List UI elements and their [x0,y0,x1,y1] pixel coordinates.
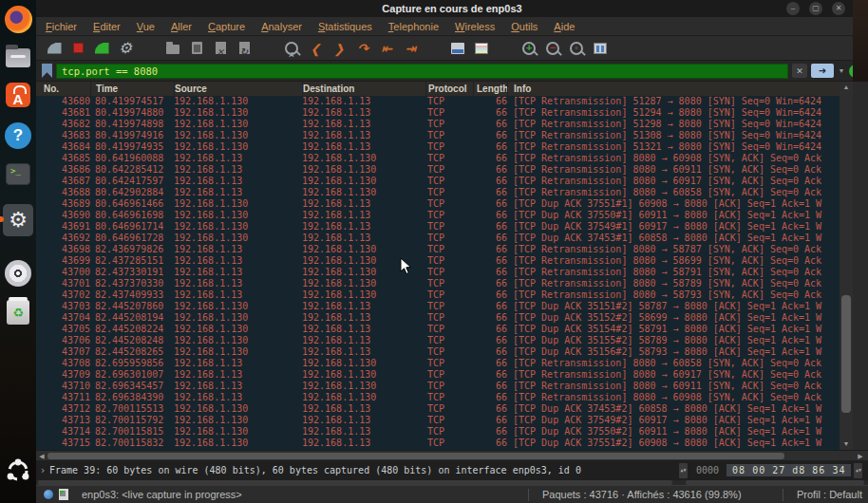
resize-columns-icon[interactable] [590,39,611,58]
packet-row[interactable]: 43715 82.700115832 192.168.1.130 192.168… [36,438,840,449]
packet-row[interactable]: 43690 80.646961698 192.168.1.130 192.168… [36,210,840,221]
packet-row[interactable]: 43708 82.695959856 192.168.1.13 192.168.… [36,358,840,369]
minimize-button[interactable]: – [786,2,800,15]
dock-trash-icon[interactable]: ♻ [0,298,36,326]
menu-telephonie[interactable]: Telephonie [388,21,439,32]
menu-fichier[interactable]: Fichier [46,21,77,32]
filter-apply-icon[interactable]: ➜ [811,64,834,78]
start-capture-icon[interactable] [44,39,65,58]
packet-row[interactable]: 43707 82.445208265 192.168.1.130 192.168… [36,346,840,358]
filter-bookmark-icon[interactable] [42,64,52,78]
capture-options-icon[interactable] [115,39,136,58]
menu-capture[interactable]: Capture [208,21,245,32]
column-header-info[interactable]: Info [507,82,840,96]
go-first-packet-icon[interactable] [376,39,397,58]
vertical-scrollbar-thumb[interactable] [841,295,851,413]
horizontal-scrollbar[interactable]: ◀ ▶ [36,450,868,460]
menu-vue[interactable]: Vue [137,21,155,32]
profile-text[interactable]: Profil : Default [783,489,868,500]
scroll-up-icon[interactable]: ▲ [840,82,853,93]
packet-row[interactable]: 43700 82.437330191 192.168.1.13 192.168.… [36,267,840,278]
find-packet-icon[interactable] [281,39,302,58]
menu-statistiques[interactable]: Statistiques [318,21,372,32]
packet-row[interactable]: 43712 82.700115513 192.168.1.130 192.168… [36,403,840,415]
go-back-icon[interactable] [305,39,326,58]
packet-row[interactable]: 43688 80.642902884 192.168.1.13 192.168.… [36,187,840,198]
auto-scroll-icon[interactable] [447,39,468,58]
capture-comment-icon[interactable] [59,489,68,500]
scroll-down-icon[interactable]: ▼ [840,438,853,450]
menu-aide[interactable]: Aide [554,21,575,32]
packet-row[interactable]: 43692 80.646961728 192.168.1.130 192.168… [36,233,840,244]
menu-analyser[interactable]: Analyser [261,21,302,32]
zoom-out-icon[interactable] [542,39,563,58]
packet-row[interactable]: 43683 80.419974916 192.168.1.130 192.168… [36,130,840,141]
packet-row[interactable]: 43703 82.445207860 192.168.1.130 192.168… [36,301,840,312]
dock-help-icon[interactable]: ? [0,121,36,150]
zoom-in-icon[interactable] [519,39,539,58]
packet-row[interactable]: 43711 82.696384390 192.168.1.13 192.168.… [36,392,840,403]
packet-row[interactable]: 43705 82.445208224 192.168.1.130 192.168… [36,324,840,335]
menu-editer[interactable]: Editer [93,21,121,32]
menu-aller[interactable]: Aller [171,21,192,32]
stop-capture-icon[interactable] [67,39,88,58]
packet-row[interactable]: 43682 80.419974898 192.168.1.130 192.168… [36,119,840,130]
dock-settings-icon[interactable]: ⚙ [0,203,36,237]
packet-row[interactable]: 43699 82.437285151 192.168.1.13 192.168.… [36,255,840,267]
expand-chevron-icon[interactable]: › [36,464,49,476]
packet-row[interactable]: 43684 80.419974935 192.168.1.130 192.168… [36,141,840,153]
go-to-packet-icon[interactable] [352,39,373,58]
dock-disc-icon[interactable] [0,259,36,288]
packet-row[interactable]: 43686 80.642285412 192.168.1.13 192.168.… [36,164,840,176]
packet-row[interactable]: 43681 80.419974880 192.168.1.130 192.168… [36,107,840,119]
packet-row[interactable]: 43713 82.700115792 192.168.1.130 192.168… [36,415,840,426]
column-header-no[interactable]: No. [36,82,90,96]
close-button[interactable]: ✕ [832,2,845,15]
packet-row[interactable]: 43691 80.646961714 192.168.1.130 192.168… [36,221,840,233]
go-last-packet-icon[interactable] [400,39,421,58]
column-header-source[interactable]: Source [174,82,302,96]
close-file-icon[interactable] [210,39,231,58]
dock-app-grid-icon[interactable] [0,454,36,488]
hex-spinner[interactable]: ▲▼ [854,463,862,478]
filter-dropdown-caret-icon[interactable]: ▼ [838,67,845,74]
hex-bytes[interactable]: 08 00 27 d8 86 34 [726,464,851,476]
dock-file-manager-icon[interactable] [0,46,36,70]
packet-row[interactable]: 43702 82.437409933 192.168.1.13 192.168.… [36,289,840,301]
expert-info-icon[interactable] [44,490,53,499]
detail-spinner[interactable]: ▲▼ [679,463,688,478]
packet-row[interactable]: 43689 80.646961466 192.168.1.130 192.168… [36,198,840,210]
packet-row[interactable]: 43709 82.696301007 192.168.1.13 192.168.… [36,369,840,381]
packet-row[interactable]: 43687 80.642417597 192.168.1.13 192.168.… [36,176,840,187]
colorize-packets-icon[interactable] [471,39,492,58]
horizontal-scrollbar-thumb[interactable] [47,453,784,459]
column-header-protocol[interactable]: Protocol [425,82,473,96]
column-header-destination[interactable]: Destination [302,82,425,96]
packet-row[interactable]: 43714 82.700115815 192.168.1.130 192.168… [36,426,840,438]
menu-wireless[interactable]: Wireless [455,21,495,32]
dock-terminal-icon[interactable]: >_ [0,161,36,186]
save-file-icon[interactable] [186,39,207,58]
frame-summary[interactable]: Frame 39: 60 bytes on wire (480 bits), 6… [49,465,676,475]
maximize-button[interactable]: ▢ [809,2,822,15]
column-header-length[interactable]: Length [473,82,507,96]
restart-capture-icon[interactable] [91,39,112,58]
menu-outils[interactable]: Outils [511,21,538,32]
packet-row[interactable]: 43698 82.436979826 192.168.1.13 192.168.… [36,244,840,255]
filter-clear-icon[interactable]: ✕ [792,64,807,78]
reload-file-icon[interactable] [234,39,255,58]
packet-row[interactable]: 43701 82.437370330 192.168.1.13 192.168.… [36,278,840,289]
zoom-100-icon[interactable] [566,39,587,58]
packet-row[interactable]: 43685 80.641960088 192.168.1.13 192.168.… [36,153,840,164]
packet-row[interactable]: 43710 82.696345457 192.168.1.13 192.168.… [36,381,840,392]
go-forward-icon[interactable] [329,39,349,58]
dock-software-store-icon[interactable]: A [0,82,36,108]
vertical-scrollbar[interactable]: ▲ ▼ [840,82,853,450]
packet-row[interactable]: 43680 80.419974517 192.168.1.130 192.168… [36,96,840,107]
packet-row[interactable]: 43704 82.445208194 192.168.1.130 192.168… [36,312,840,324]
packet-row[interactable]: 43706 82.445208248 192.168.1.130 192.168… [36,335,840,346]
open-file-icon[interactable] [162,39,183,58]
column-header-time[interactable]: Time [90,82,174,96]
display-filter-input[interactable]: tcp.port == 8080 [56,64,788,79]
dock-firefox-icon[interactable] [0,5,36,33]
